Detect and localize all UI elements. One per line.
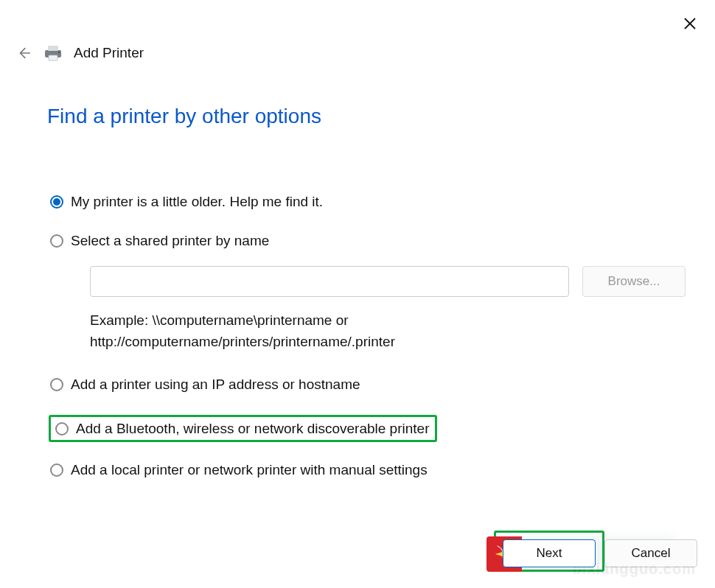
option-local-label: Add a local printer or network printer w… (71, 461, 428, 480)
option-older-printer[interactable]: My printer is a little older. Help me fi… (50, 193, 686, 211)
browse-button[interactable]: Browse... (582, 266, 686, 297)
radio-bluetooth-printer[interactable] (55, 422, 69, 435)
svg-rect-4 (49, 55, 57, 60)
next-button[interactable]: Next (503, 539, 596, 567)
page-heading: Find a printer by other options (47, 105, 686, 128)
radio-older-printer[interactable] (50, 195, 63, 209)
back-arrow-icon (15, 45, 32, 61)
option-shared-printer[interactable]: Select a shared printer by name (50, 232, 686, 251)
radio-shared-printer[interactable] (50, 234, 63, 248)
example-line-1: Example: \\computername\printername or (90, 312, 349, 328)
shared-printer-name-input[interactable] (90, 266, 569, 297)
example-line-2: http://computername/printers/printername… (90, 334, 395, 349)
wizard-footer: Next Cancel (503, 539, 697, 567)
radio-local-printer[interactable] (50, 463, 63, 477)
option-bluetooth-label: Add a Bluetooth, wireless or network dis… (76, 421, 429, 435)
option-older-label: My printer is a little older. Help me fi… (71, 193, 323, 211)
cancel-button[interactable]: Cancel (604, 539, 697, 567)
printer-icon (43, 45, 63, 61)
option-shared-block: Select a shared printer by name Browse..… (50, 232, 686, 353)
option-bluetooth-highlight: Add a Bluetooth, wireless or network dis… (49, 415, 437, 442)
close-button[interactable] (680, 13, 700, 34)
radio-ip-printer[interactable] (50, 378, 63, 391)
shared-subrow: Browse... (90, 266, 686, 297)
option-ip-printer[interactable]: Add a printer using an IP address or hos… (50, 376, 686, 394)
option-ip-label: Add a printer using an IP address or hos… (71, 376, 360, 394)
option-local-printer[interactable]: Add a local printer or network printer w… (50, 461, 686, 480)
svg-rect-3 (48, 46, 58, 51)
shared-example-text: Example: \\computername\printername or h… (90, 310, 686, 352)
wizard-content: Find a printer by other options My print… (47, 105, 686, 500)
svg-point-5 (58, 52, 60, 53)
close-icon (683, 17, 697, 30)
option-shared-label: Select a shared printer by name (71, 232, 269, 251)
options-group: My printer is a little older. Help me fi… (50, 193, 686, 480)
window-title: Add Printer (74, 45, 144, 61)
wizard-header: Add Printer (15, 44, 144, 62)
back-button[interactable] (15, 44, 32, 62)
